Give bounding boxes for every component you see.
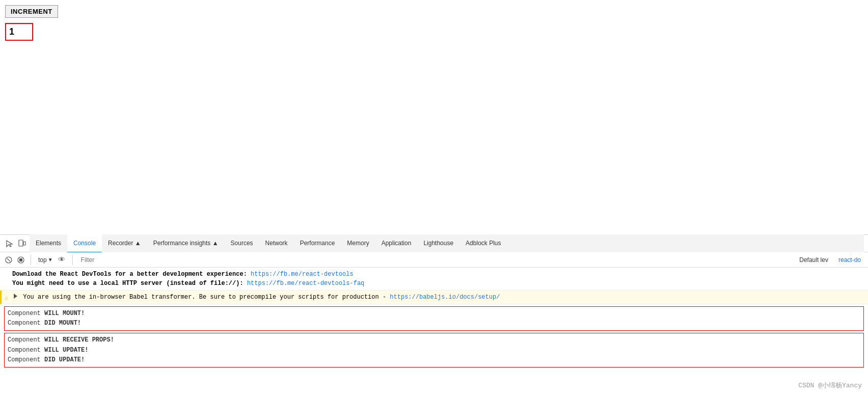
react-devtools-link[interactable]: react-do — [835, 252, 864, 267]
react-devtools-link1[interactable]: https://fb.me/react-devtools — [251, 271, 354, 278]
devtools-tabs: Elements Console Recorder ▲ Performance … — [30, 234, 864, 253]
tab-memory[interactable]: Memory — [341, 234, 375, 253]
log-will-update: Component WILL UPDATE! — [8, 346, 860, 355]
tab-lighthouse[interactable]: Lighthouse — [417, 234, 459, 253]
console-toolbar: top ▼ 👁 Default lev react-do — [0, 252, 868, 268]
console-message-babel-warning: ⚠ You are using the in-browser Babel tra… — [0, 291, 868, 304]
log-did-update: Component DID UPDATE! — [8, 355, 860, 365]
console-filter-input[interactable] — [78, 254, 797, 266]
tab-application[interactable]: Application — [375, 234, 418, 253]
stop-recording-icon[interactable] — [16, 255, 25, 265]
eye-icon[interactable]: 👁 — [58, 255, 67, 265]
babel-setup-link[interactable]: https://babeljs.io/docs/setup/ — [390, 294, 500, 301]
log-will-mount: Component WILL MOUNT! — [8, 309, 860, 319]
tab-console[interactable]: Console — [67, 234, 102, 253]
toolbar-divider2 — [72, 255, 73, 265]
watermark: CSDN @小绵杨Yancy — [798, 381, 862, 390]
react-devtools-link2[interactable]: https://fb.me/react-devtools-faq — [247, 280, 364, 287]
tab-adblock-plus[interactable]: Adblock Plus — [459, 234, 507, 253]
babel-warning-text: You are using the in-browser Babel trans… — [23, 294, 390, 301]
tab-elements[interactable]: Elements — [30, 234, 67, 253]
tab-performance-insights[interactable]: Performance insights ▲ — [147, 234, 225, 253]
svg-line-3 — [7, 258, 10, 261]
devtools-left-icons — [4, 238, 28, 249]
devtools-panel: Elements Console Recorder ▲ Performance … — [0, 234, 868, 394]
svg-rect-1 — [23, 242, 25, 245]
main-content: INCREMENT 1 — [0, 0, 868, 234]
warning-icon: ⚠ — [5, 293, 9, 303]
message-text-2: You might need to use a local HTTP serve… — [12, 280, 247, 287]
device-toolbar-icon[interactable] — [16, 238, 28, 249]
inspect-element-icon[interactable] — [4, 238, 15, 249]
expand-arrow-icon[interactable] — [14, 294, 17, 299]
counter-display: 1 — [5, 23, 33, 41]
toolbar-divider — [31, 255, 31, 265]
log-group-mount: Component WILL MOUNT! Component DID MOUN… — [4, 306, 864, 331]
dropdown-arrow-icon: ▼ — [48, 257, 53, 262]
log-did-mount: Component DID MOUNT! — [8, 319, 860, 328]
context-label: top — [38, 256, 47, 264]
context-dropdown[interactable]: top ▼ — [36, 255, 55, 265]
tab-performance[interactable]: Performance — [294, 234, 341, 253]
tab-network[interactable]: Network — [259, 234, 294, 253]
message-text-1: Download the React DevTools for a better… — [12, 271, 251, 278]
clear-console-icon[interactable] — [4, 255, 13, 265]
svg-rect-5 — [19, 258, 22, 261]
svg-rect-0 — [19, 240, 23, 246]
console-content: Download the React DevTools for a better… — [0, 268, 868, 394]
console-message-react-devtools: Download the React DevTools for a better… — [0, 268, 868, 291]
devtools-icon-bar: Elements Console Recorder ▲ Performance … — [0, 235, 868, 252]
log-group-update: Component WILL RECEIVE PROPS! Component … — [4, 333, 864, 367]
increment-button[interactable]: INCREMENT — [5, 5, 58, 18]
tab-recorder[interactable]: Recorder ▲ — [102, 234, 147, 253]
default-level-label: Default lev — [799, 256, 828, 264]
tab-sources[interactable]: Sources — [225, 234, 259, 253]
log-will-receive-props: Component WILL RECEIVE PROPS! — [8, 335, 860, 345]
